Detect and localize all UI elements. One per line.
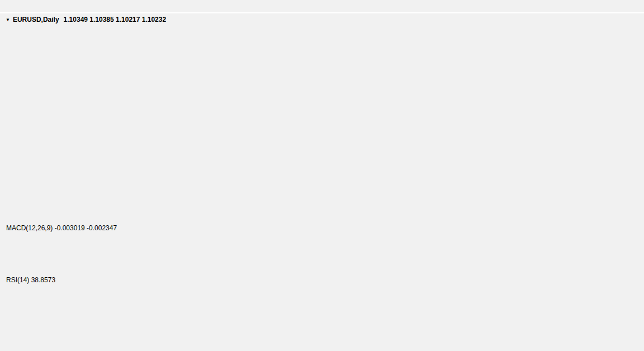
chart-dropdown-arrow-icon[interactable]: ▼ xyxy=(6,17,10,22)
price-chart-canvas[interactable] xyxy=(0,12,644,351)
chart-title: ▼EURUSD,Daily1.10349 1.10385 1.10217 1.1… xyxy=(6,16,166,23)
timeframe-toolbar xyxy=(0,0,644,13)
rsi-indicator-label: RSI(14) 38.8573 xyxy=(6,276,55,284)
macd-indicator-label: MACD(12,26,9) -0.003019 -0.002347 xyxy=(6,224,117,232)
symbol-tab-bar xyxy=(0,334,644,351)
chart-ohlc-values: 1.10349 1.10385 1.10217 1.10232 xyxy=(64,16,167,23)
mt4-chart-window: ▼EURUSD,Daily1.10349 1.10385 1.10217 1.1… xyxy=(0,0,644,351)
chart-symbol-period: EURUSD,Daily xyxy=(13,16,59,23)
